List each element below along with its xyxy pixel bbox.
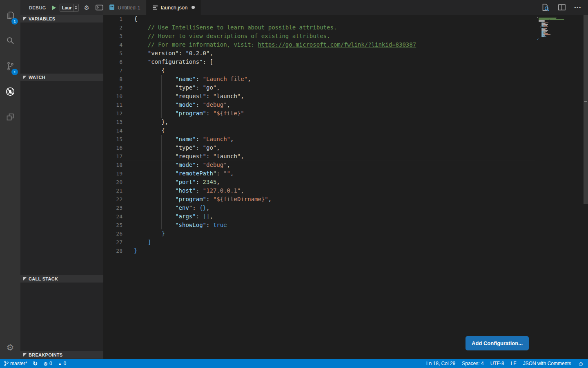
minimap-line <box>541 26 544 27</box>
indent-guide <box>148 109 148 118</box>
tab-untitled-1[interactable]: Untitled-1 <box>103 0 147 15</box>
tab-launch-json[interactable]: launch.json <box>147 0 201 15</box>
line-number[interactable]: 22 <box>103 195 122 204</box>
comment-link[interactable]: https://go.microsoft.com/fwlink/?linkid=… <box>258 41 416 48</box>
minimap-line <box>539 38 539 39</box>
line-number[interactable]: 24 <box>103 212 122 221</box>
line-number[interactable]: 11 <box>103 101 122 109</box>
line-number[interactable]: 20 <box>103 178 122 186</box>
line-number[interactable]: 27 <box>103 238 122 247</box>
line-number[interactable]: 15 <box>103 135 122 144</box>
code-line: 22 "program": "${fileDirname}", <box>103 195 535 204</box>
code-line: 24 "args": [], <box>103 212 535 221</box>
line-content: } <box>122 229 535 238</box>
line-number[interactable]: 12 <box>103 109 122 118</box>
section-header-watch[interactable]: WATCH <box>20 74 103 81</box>
start-debugging-button[interactable] <box>52 5 56 10</box>
configure-gear-icon[interactable]: ⚙ <box>84 4 89 11</box>
status-sync[interactable]: ↻ <box>33 360 38 367</box>
line-number[interactable]: 4 <box>103 40 122 49</box>
line-number[interactable]: 28 <box>103 247 122 255</box>
code-token <box>134 76 175 82</box>
section-label: BREAKPOINTS <box>29 352 62 357</box>
line-number[interactable]: 9 <box>103 83 122 92</box>
section-header-breakpoints[interactable]: BREAKPOINTS <box>20 351 103 359</box>
line-number[interactable]: 19 <box>103 169 122 178</box>
status-json-with-comments[interactable]: JSON with Comments <box>523 361 571 366</box>
line-number[interactable]: 26 <box>103 229 122 238</box>
status-spaces-4[interactable]: Spaces: 4 <box>462 361 483 366</box>
indent-guide <box>148 221 148 229</box>
minimap-line <box>546 31 547 32</box>
code-line: 2 // Use IntelliSense to learn about pos… <box>103 23 535 32</box>
minimap-line <box>550 34 550 35</box>
code-token: "type": "go", <box>134 84 220 91</box>
code-token: } <box>161 230 165 237</box>
code-token: , <box>227 101 230 108</box>
search-icon[interactable] <box>0 31 20 51</box>
more-actions-icon[interactable]: ••• <box>574 5 581 10</box>
line-number[interactable]: 13 <box>103 118 122 126</box>
line-number[interactable]: 23 <box>103 204 122 212</box>
line-number[interactable]: 6 <box>103 58 122 66</box>
line-content: // Hover to view descriptions of existin… <box>122 32 535 40</box>
line-number[interactable]: 7 <box>103 66 122 75</box>
line-number[interactable]: 8 <box>103 75 122 83</box>
line-number[interactable]: 3 <box>103 32 122 40</box>
debug-console-icon[interactable] <box>96 4 103 11</box>
code-token: "request": "launch", <box>134 153 244 159</box>
line-number[interactable]: 17 <box>103 152 122 161</box>
badge: 1 <box>11 18 18 25</box>
line-content: }, <box>122 118 535 126</box>
line-number[interactable]: 18 <box>103 161 122 169</box>
line-number[interactable]: 14 <box>103 126 122 135</box>
code-editor[interactable]: 1{2 // Use IntelliSense to learn about p… <box>103 15 535 359</box>
line-number[interactable]: 16 <box>103 144 122 152</box>
line-number[interactable]: 1 <box>103 15 122 23</box>
status-label: UTF-8 <box>490 361 504 366</box>
line-number[interactable]: 21 <box>103 186 122 195</box>
status-ln-18-col-29[interactable]: Ln 18, Col 29 <box>426 361 455 366</box>
section-header-call-stack[interactable]: CALL STACK <box>20 275 103 283</box>
indent-guide <box>148 101 148 109</box>
debug-configuration-select[interactable]: Laur <box>60 4 79 12</box>
add-configuration-button[interactable]: Add Configuration... <box>466 336 529 350</box>
section-header-variables[interactable]: VARIABLES <box>20 15 103 22</box>
code-token: : <box>196 101 203 108</box>
minimap-line <box>545 26 548 27</box>
status-utf-8[interactable]: UTF-8 <box>490 361 504 366</box>
status-0[interactable]: ⊗0 <box>43 361 52 367</box>
indent-guide <box>148 169 148 178</box>
line-number[interactable]: 10 <box>103 92 122 101</box>
code-token: { <box>134 127 165 134</box>
source-control-icon[interactable]: 1 <box>0 56 20 76</box>
code-line: 9 "type": "go", <box>103 83 535 92</box>
code-token: "" <box>223 170 230 177</box>
code-token: , <box>206 204 209 211</box>
line-number[interactable]: 2 <box>103 23 122 32</box>
line-content: { <box>122 126 535 135</box>
settings-gear-icon[interactable]: ⚙ <box>0 339 20 356</box>
code-token: ] <box>148 239 151 245</box>
status-master[interactable]: master* <box>4 361 27 366</box>
status-lf[interactable]: LF <box>511 361 517 366</box>
line-content: "type": "go", <box>122 83 535 92</box>
status-0[interactable]: ▲0 <box>58 361 67 366</box>
line-number[interactable]: 25 <box>103 221 122 229</box>
status-feedback-smiley[interactable]: ☺ <box>578 360 584 367</box>
indent-guide <box>148 66 148 75</box>
indent-guide <box>161 186 162 195</box>
explorer-icon[interactable]: 1 <box>0 6 20 25</box>
line-number[interactable]: 5 <box>103 49 122 58</box>
open-preview-icon[interactable] <box>541 3 550 11</box>
minimap[interactable] <box>535 15 584 359</box>
code-token: "mode" <box>175 101 196 108</box>
code-line: 12 "program": "${file}" <box>103 109 535 118</box>
editor-scrollbar <box>584 15 588 359</box>
debug-icon[interactable] <box>0 82 20 101</box>
extensions-icon[interactable] <box>0 107 20 127</box>
split-editor-icon[interactable] <box>558 4 566 11</box>
scrollbar-thumb[interactable] <box>584 15 588 204</box>
indent-guide <box>161 169 162 178</box>
code-line: 26 } <box>103 229 535 238</box>
